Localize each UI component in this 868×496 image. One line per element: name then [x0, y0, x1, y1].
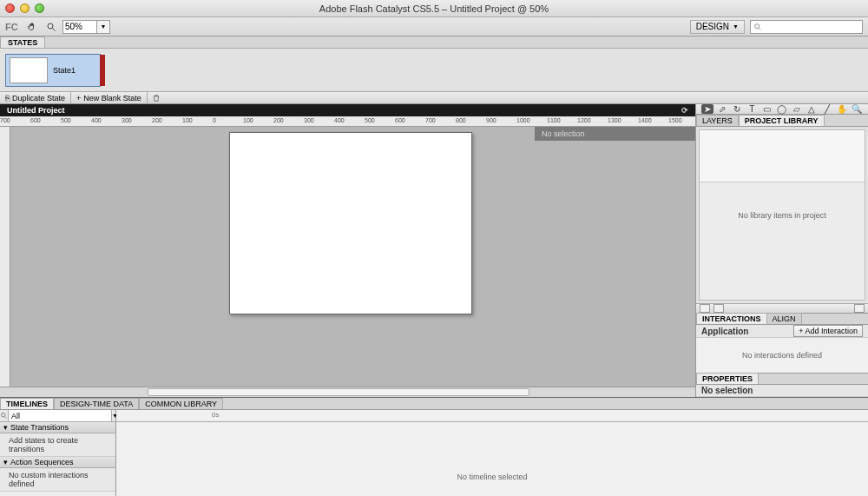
state-transitions-hint: Add states to create transitions [0, 433, 115, 457]
selection-tool-icon[interactable]: ➤ [701, 104, 713, 114]
workspace-label: DESIGN [696, 22, 729, 31]
design-time-data-tab[interactable]: DESIGN-TIME DATA [54, 398, 139, 409]
timeline-filter-input[interactable] [9, 410, 111, 421]
layers-tab[interactable]: LAYERS [696, 115, 739, 126]
duplicate-icon: ⎘ [5, 94, 10, 103]
timeline-zero-mark: 0s [212, 411, 219, 419]
zoom-tool-icon-right[interactable]: 🔍 [851, 104, 863, 114]
text-tool-icon[interactable]: T [746, 104, 758, 114]
scrollbar-thumb[interactable] [148, 388, 529, 396]
ruler-tick: 700 [0, 117, 10, 123]
library-trash-button[interactable] [854, 304, 865, 313]
line-tool-icon[interactable]: ╱ [821, 104, 833, 114]
ruler-tick: 1200 [577, 117, 591, 123]
states-panel-header: STATES [0, 36, 868, 49]
states-panel-body: State1 [0, 49, 868, 92]
new-folder-button[interactable] [713, 304, 724, 313]
direct-select-tool-icon[interactable]: ⬀ [716, 104, 728, 114]
ruler-tick: 700 [425, 117, 436, 123]
ruler-tick: 500 [61, 117, 71, 123]
library-tabs: LAYERS PROJECT LIBRARY [696, 115, 868, 127]
state-active-marker [100, 55, 105, 86]
hand-tool-icon[interactable] [24, 20, 40, 34]
align-tab[interactable]: ALIGN [766, 313, 802, 324]
new-blank-state-button[interactable]: + New Blank State [71, 92, 148, 103]
bottom-panel: TIMELINES DESIGN-TIME DATA COMMON LIBRAR… [0, 397, 868, 496]
timeline-sidebar: ▼ ▾ State Transitions Add states to crea… [0, 410, 116, 496]
state-thumbnail[interactable]: State1 [5, 54, 101, 87]
project-title-bar: Untitled Project ⟳ [0, 104, 695, 116]
add-interaction-button[interactable]: + Add Interaction [793, 325, 863, 337]
rounded-rect-tool-icon[interactable]: ▱ [791, 104, 803, 114]
timeline-body: No timeline selected [116, 422, 868, 496]
duplicate-state-button[interactable]: ⎘ Duplicate State [0, 92, 71, 103]
common-library-tab[interactable]: COMMON LIBRARY [139, 398, 223, 409]
duplicate-state-label: Duplicate State [12, 94, 65, 103]
ruler-tick: 200 [152, 117, 162, 123]
zoom-window-button[interactable] [35, 3, 44, 13]
filter-search-icon[interactable] [0, 410, 9, 421]
ruler-tick: 300 [122, 117, 132, 123]
transform-tool-icon[interactable]: ↻ [731, 104, 743, 114]
interactions-body: No interactions defined [696, 338, 868, 372]
ruler-tick: 1500 [668, 117, 682, 123]
ruler-tick: 600 [395, 117, 405, 123]
ruler-tick: 100 [182, 117, 193, 123]
minimize-window-button[interactable] [20, 3, 30, 13]
close-window-button[interactable] [5, 3, 15, 13]
timelines-tab[interactable]: TIMELINES [0, 398, 54, 409]
states-panel-footer: ⎘ Duplicate State + New Blank State [0, 92, 868, 104]
svg-point-0 [48, 23, 53, 29]
state-transitions-header[interactable]: ▾ State Transitions [0, 422, 115, 433]
canvas-stage[interactable]: No selection [10, 127, 695, 387]
ruler-tick: 600 [30, 117, 41, 123]
ruler-tick: 800 [456, 117, 466, 123]
timeline-empty-text: No timeline selected [457, 473, 527, 481]
top-toolbar: FC ▼ DESIGN ▼ [0, 17, 868, 36]
library-empty-text: No library items in project [738, 211, 826, 220]
window-titlebar: Adobe Flash Catalyst CS5.5 – Untitled Pr… [0, 0, 868, 17]
triangle-tool-icon[interactable]: △ [806, 104, 818, 114]
interactions-subject: Application [701, 327, 748, 336]
app-logo: FC [5, 22, 21, 32]
ruler-tick: 400 [91, 117, 102, 123]
state-transitions-label: State Transitions [10, 423, 69, 432]
bottom-tabs: TIMELINES DESIGN-TIME DATA COMMON LIBRAR… [0, 398, 868, 410]
timeline-filter: ▼ [0, 410, 115, 422]
horizontal-scrollbar[interactable] [0, 387, 695, 397]
horizontal-ruler: 7006005004003002001000100200300400500600… [0, 116, 695, 127]
workspace-switcher[interactable]: DESIGN ▼ [690, 20, 745, 34]
states-tab[interactable]: STATES [0, 36, 45, 48]
hand-tool-icon-right[interactable]: ✋ [836, 104, 848, 114]
refresh-icon[interactable]: ⟳ [681, 106, 688, 115]
action-sequences-label: Action Sequences [10, 458, 74, 466]
properties-selection-text: No selection [701, 386, 753, 395]
zoom-tool-icon[interactable] [43, 20, 59, 34]
ruler-tick: 1000 [516, 117, 530, 123]
selection-hud: No selection [535, 127, 695, 141]
ruler-tick: 1100 [547, 117, 561, 123]
library-panel-body: No library items in project [699, 129, 865, 301]
artboard[interactable] [229, 132, 472, 314]
search-input[interactable] [750, 20, 863, 34]
zoom-dropdown[interactable]: ▼ [96, 20, 110, 34]
svg-line-1 [53, 28, 56, 30]
state-label: State1 [53, 66, 76, 75]
action-sequences-header[interactable]: ▾ Action Sequences [0, 457, 115, 468]
delete-state-button[interactable] [148, 94, 165, 103]
search-icon [753, 23, 762, 31]
rectangle-tool-icon[interactable]: ▭ [761, 104, 773, 114]
plus-icon: + [76, 94, 81, 103]
interactions-tab[interactable]: INTERACTIONS [696, 313, 767, 324]
ruler-tick: 100 [243, 117, 253, 123]
ellipse-tool-icon[interactable]: ◯ [776, 104, 788, 114]
new-state-label: New Blank State [83, 94, 141, 103]
ruler-tick: 1400 [638, 117, 652, 123]
project-library-tab[interactable]: PROJECT LIBRARY [739, 115, 825, 126]
svg-point-4 [2, 413, 6, 418]
properties-tab[interactable]: PROPERTIES [696, 373, 759, 384]
zoom-input[interactable] [62, 20, 97, 34]
state-preview [10, 57, 48, 83]
window-title: Adobe Flash Catalyst CS5.5 – Untitled Pr… [0, 3, 868, 14]
new-symbol-button[interactable] [700, 304, 710, 313]
